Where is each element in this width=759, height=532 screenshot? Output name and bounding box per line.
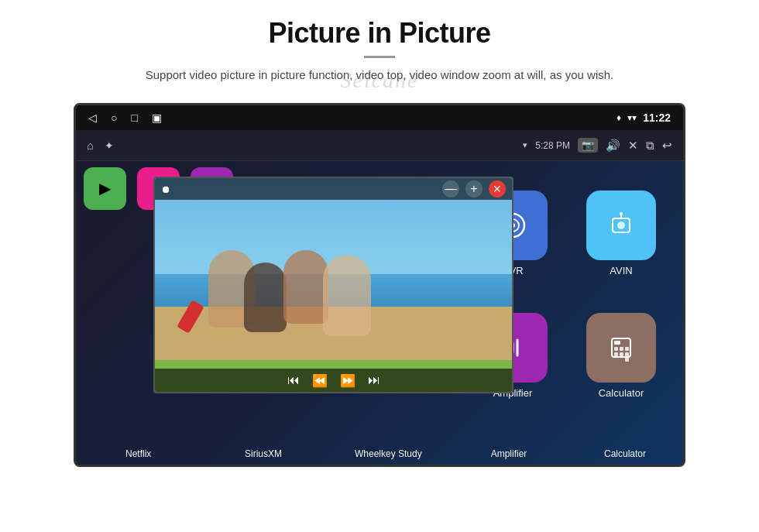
pip-prev-button[interactable]: ⏮ [287,373,300,387]
person2 [244,263,287,332]
usb-icon[interactable]: ✦ [105,139,114,152]
action-bar: ⌂ ✦ ▾ 5:28 PM 📷 🔊 ✕ ⧉ ↩ [76,130,683,161]
pip-footer: ⏮ ⏪ ⏩ ⏭ [155,369,512,392]
title-divider [364,56,395,58]
netflix-app-icon[interactable]: ▶ [84,167,126,210]
menu-nav-icon[interactable]: ▣ [152,112,162,124]
pip-header: ⏺ — + ✕ [155,178,512,200]
home-icon[interactable]: ⌂ [87,139,94,152]
volume-icon[interactable]: 🔊 [606,139,620,153]
video-content [155,178,512,392]
wheelkey-bottom-label: Wheelkey Study [326,448,451,459]
calculator-bottom-label: Calculator [567,443,683,465]
home-nav-icon[interactable]: ○ [111,112,117,124]
svg-rect-16 [614,352,618,356]
svg-point-7 [620,212,623,215]
siriusxm-bottom-label: SiriusXM [201,448,325,459]
undo-icon[interactable]: ↩ [662,139,672,153]
close-icon[interactable]: ✕ [628,139,638,153]
pip-overlay: ⏺ — + ✕ [153,177,513,393]
calculator-icon [586,313,656,383]
svg-rect-13 [614,347,618,351]
pip-record-icon: ⏺ [161,184,171,195]
recents-nav-icon[interactable]: □ [131,112,137,124]
status-bar: ◁ ○ □ ▣ ♦ ▾▾ 11:22 [76,105,683,130]
nav-buttons: ◁ ○ □ ▣ [88,112,162,124]
page-header: Picture in Picture Support video picture… [0,0,759,92]
svg-rect-14 [620,347,623,351]
page-description: Support video picture in picture functio… [77,66,682,84]
camera-icon[interactable]: 📷 [578,138,598,153]
main-content: ▶ ♪ ⊕ ⏺ — + ✕ [76,161,683,465]
avin-icon [586,190,656,260]
device-frame: ◁ ○ □ ▣ ♦ ▾▾ 11:22 ⌂ ✦ ▾ 5:28 PM 📷 🔊 ✕ ⧉… [74,103,685,467]
app-item-avin[interactable]: AVIN [567,172,675,294]
app-item-calculator[interactable]: Calculator [567,294,675,417]
svg-rect-12 [614,341,620,345]
right-bottom-labels: Amplifier Calculator [451,443,683,465]
window-icon[interactable]: ⧉ [646,139,654,153]
pip-maximize-button[interactable]: + [465,180,483,197]
pip-minimize-button[interactable]: — [442,180,459,197]
amplifier-bottom-label: Amplifier [451,443,567,465]
pip-close-button[interactable]: ✕ [489,180,506,197]
action-bar-left: ⌂ ✦ [87,139,114,152]
pip-rewind-button[interactable]: ⏪ [312,373,328,388]
back-nav-icon[interactable]: ◁ [88,112,97,124]
pip-next-button[interactable]: ⏭ [368,373,380,387]
bottom-labels-bar: Netflix SiriusXM Wheelkey Study Amplifie… [76,443,683,465]
action-time: 5:28 PM [535,140,570,151]
wifi-icon: ▾ [523,140,527,150]
location-icon: ♦ [616,112,621,123]
signal-icon: ▾▾ [627,112,637,123]
avin-label: AVIN [610,265,632,276]
status-bar-right: ♦ ▾▾ 11:22 [616,112,671,124]
svg-rect-18 [625,352,629,362]
person4 [323,255,371,336]
pip-controls: — + ✕ [442,180,506,197]
page-title: Picture in Picture [46,17,713,50]
action-bar-right: ▾ 5:28 PM 📷 🔊 ✕ ⧉ ↩ [523,138,672,153]
person3 [283,250,328,324]
status-time: 11:22 [643,112,671,124]
svg-rect-15 [625,347,629,351]
pip-forward-button[interactable]: ⏩ [340,373,355,388]
calculator-label: Calculator [599,387,644,399]
netflix-bottom-label: Netflix [76,448,201,459]
svg-point-5 [617,221,625,229]
svg-rect-17 [620,352,623,356]
